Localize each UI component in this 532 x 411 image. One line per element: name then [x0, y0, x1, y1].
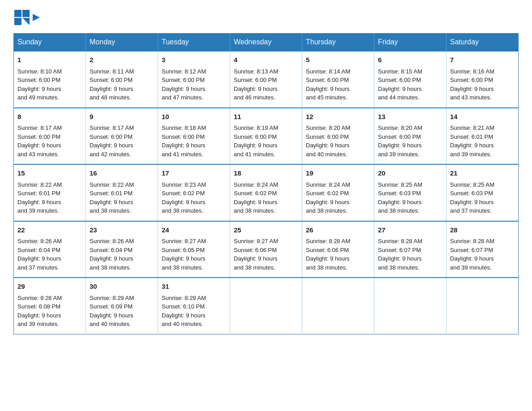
day-info: Sunrise: 8:29 AMSunset: 6:09 PMDaylight:… [90, 294, 154, 329]
calendar-cell: 20Sunrise: 8:25 AMSunset: 6:03 PMDayligh… [374, 164, 446, 221]
day-info: Sunrise: 8:27 AMSunset: 6:06 PMDaylight:… [234, 237, 298, 272]
day-number: 25 [234, 225, 298, 235]
calendar-cell: 27Sunrise: 8:28 AMSunset: 6:07 PMDayligh… [374, 221, 446, 278]
day-info: Sunrise: 8:17 AMSunset: 6:00 PMDaylight:… [17, 124, 82, 158]
day-number: 9 [90, 112, 154, 122]
day-info: Sunrise: 8:22 AMSunset: 6:01 PMDaylight:… [90, 180, 154, 215]
calendar-cell: 1Sunrise: 8:10 AMSunset: 6:00 PMDaylight… [14, 51, 86, 108]
calendar-cell: 23Sunrise: 8:26 AMSunset: 6:04 PMDayligh… [86, 221, 158, 278]
day-info: Sunrise: 8:15 AMSunset: 6:00 PMDaylight:… [378, 67, 442, 102]
day-number: 19 [306, 168, 370, 179]
day-info: Sunrise: 8:28 AMSunset: 6:07 PMDaylight:… [378, 237, 442, 272]
calendar-cell: 19Sunrise: 8:24 AMSunset: 6:02 PMDayligh… [302, 164, 374, 221]
calendar-cell: 2Sunrise: 8:11 AMSunset: 6:00 PMDaylight… [86, 51, 158, 108]
day-info: Sunrise: 8:26 AMSunset: 6:04 PMDaylight:… [90, 237, 154, 272]
day-info: Sunrise: 8:29 AMSunset: 6:10 PMDaylight:… [162, 294, 226, 329]
logo-icon [13, 9, 30, 26]
svg-marker-3 [22, 18, 30, 25]
day-info: Sunrise: 8:28 AMSunset: 6:08 PMDaylight:… [17, 294, 82, 329]
header-tuesday: Tuesday [158, 34, 230, 51]
header-monday: Monday [86, 34, 158, 51]
day-info: Sunrise: 8:12 AMSunset: 6:00 PMDaylight:… [162, 67, 226, 102]
calendar-cell [230, 278, 302, 334]
day-number: 8 [17, 112, 82, 122]
calendar-cell: 30Sunrise: 8:29 AMSunset: 6:09 PMDayligh… [86, 278, 158, 334]
day-number: 26 [306, 225, 370, 235]
day-number: 14 [450, 112, 515, 122]
day-info: Sunrise: 8:25 AMSunset: 6:03 PMDaylight:… [450, 180, 515, 215]
calendar-cell: 14Sunrise: 8:21 AMSunset: 6:01 PMDayligh… [446, 108, 519, 165]
header-wednesday: Wednesday [230, 34, 302, 51]
day-number: 13 [378, 112, 442, 122]
day-info: Sunrise: 8:10 AMSunset: 6:00 PMDaylight:… [17, 67, 82, 102]
day-number: 20 [378, 168, 442, 179]
day-number: 21 [450, 168, 515, 179]
day-number: 4 [234, 55, 298, 65]
svg-rect-2 [14, 18, 21, 25]
calendar-cell: 4Sunrise: 8:13 AMSunset: 6:00 PMDaylight… [230, 51, 302, 108]
calendar-cell: 24Sunrise: 8:27 AMSunset: 6:05 PMDayligh… [158, 221, 230, 278]
day-number: 29 [17, 282, 82, 292]
day-number: 5 [306, 55, 370, 65]
calendar-week-3: 15Sunrise: 8:22 AMSunset: 6:01 PMDayligh… [14, 164, 519, 221]
calendar-cell: 25Sunrise: 8:27 AMSunset: 6:06 PMDayligh… [230, 221, 302, 278]
day-headers: Sunday Monday Tuesday Wednesday Thursday… [14, 34, 519, 51]
day-info: Sunrise: 8:26 AMSunset: 6:04 PMDaylight:… [17, 237, 82, 272]
logo-arrow-icon [33, 14, 40, 21]
day-number: 1 [17, 55, 82, 65]
day-info: Sunrise: 8:28 AMSunset: 6:07 PMDaylight:… [450, 237, 515, 272]
day-info: Sunrise: 8:13 AMSunset: 6:00 PMDaylight:… [234, 67, 298, 102]
calendar-cell: 31Sunrise: 8:29 AMSunset: 6:10 PMDayligh… [158, 278, 230, 334]
day-number: 27 [378, 225, 442, 235]
day-info: Sunrise: 8:24 AMSunset: 6:02 PMDaylight:… [306, 180, 370, 215]
calendar-cell: 10Sunrise: 8:18 AMSunset: 6:00 PMDayligh… [158, 108, 230, 165]
calendar-cell: 11Sunrise: 8:19 AMSunset: 6:00 PMDayligh… [230, 108, 302, 165]
calendar-cell: 22Sunrise: 8:26 AMSunset: 6:04 PMDayligh… [14, 221, 86, 278]
calendar-cell: 21Sunrise: 8:25 AMSunset: 6:03 PMDayligh… [446, 164, 519, 221]
svg-rect-0 [14, 10, 21, 17]
calendar-cell: 6Sunrise: 8:15 AMSunset: 6:00 PMDaylight… [374, 51, 446, 108]
calendar-cell: 9Sunrise: 8:17 AMSunset: 6:00 PMDaylight… [86, 108, 158, 165]
calendar-cell: 5Sunrise: 8:14 AMSunset: 6:00 PMDaylight… [302, 51, 374, 108]
day-number: 17 [162, 168, 226, 179]
calendar-table: Sunday Monday Tuesday Wednesday Thursday… [13, 33, 519, 334]
svg-marker-4 [33, 14, 40, 21]
day-number: 2 [90, 55, 154, 65]
calendar-week-5: 29Sunrise: 8:28 AMSunset: 6:08 PMDayligh… [14, 278, 519, 334]
day-info: Sunrise: 8:25 AMSunset: 6:03 PMDaylight:… [378, 180, 442, 215]
day-info: Sunrise: 8:18 AMSunset: 6:00 PMDaylight:… [162, 124, 226, 158]
day-info: Sunrise: 8:21 AMSunset: 6:01 PMDaylight:… [450, 124, 515, 158]
header-thursday: Thursday [302, 34, 374, 51]
calendar-cell: 28Sunrise: 8:28 AMSunset: 6:07 PMDayligh… [446, 221, 519, 278]
header-friday: Friday [374, 34, 446, 51]
day-number: 22 [17, 225, 82, 235]
calendar-cell: 3Sunrise: 8:12 AMSunset: 6:00 PMDaylight… [158, 51, 230, 108]
svg-rect-1 [22, 10, 30, 17]
logo [13, 9, 40, 26]
day-number: 10 [162, 112, 226, 122]
day-number: 30 [90, 282, 154, 292]
day-info: Sunrise: 8:23 AMSunset: 6:02 PMDaylight:… [162, 180, 226, 215]
page-header [13, 9, 519, 26]
calendar-week-1: 1Sunrise: 8:10 AMSunset: 6:00 PMDaylight… [14, 51, 519, 108]
day-number: 18 [234, 168, 298, 179]
day-number: 12 [306, 112, 370, 122]
day-number: 28 [450, 225, 515, 235]
calendar-cell [374, 278, 446, 334]
day-info: Sunrise: 8:11 AMSunset: 6:00 PMDaylight:… [90, 67, 154, 102]
day-info: Sunrise: 8:24 AMSunset: 6:02 PMDaylight:… [234, 180, 298, 215]
calendar-week-4: 22Sunrise: 8:26 AMSunset: 6:04 PMDayligh… [14, 221, 519, 278]
day-number: 24 [162, 225, 226, 235]
day-number: 6 [378, 55, 442, 65]
day-number: 15 [17, 168, 82, 179]
calendar-cell: 13Sunrise: 8:20 AMSunset: 6:00 PMDayligh… [374, 108, 446, 165]
day-number: 11 [234, 112, 298, 122]
day-info: Sunrise: 8:28 AMSunset: 6:06 PMDaylight:… [306, 237, 370, 272]
day-number: 16 [90, 168, 154, 179]
day-number: 31 [162, 282, 226, 292]
calendar-cell [446, 278, 519, 334]
day-info: Sunrise: 8:20 AMSunset: 6:00 PMDaylight:… [306, 124, 370, 158]
calendar-cell: 16Sunrise: 8:22 AMSunset: 6:01 PMDayligh… [86, 164, 158, 221]
day-info: Sunrise: 8:17 AMSunset: 6:00 PMDaylight:… [90, 124, 154, 158]
calendar-cell: 29Sunrise: 8:28 AMSunset: 6:08 PMDayligh… [14, 278, 86, 334]
